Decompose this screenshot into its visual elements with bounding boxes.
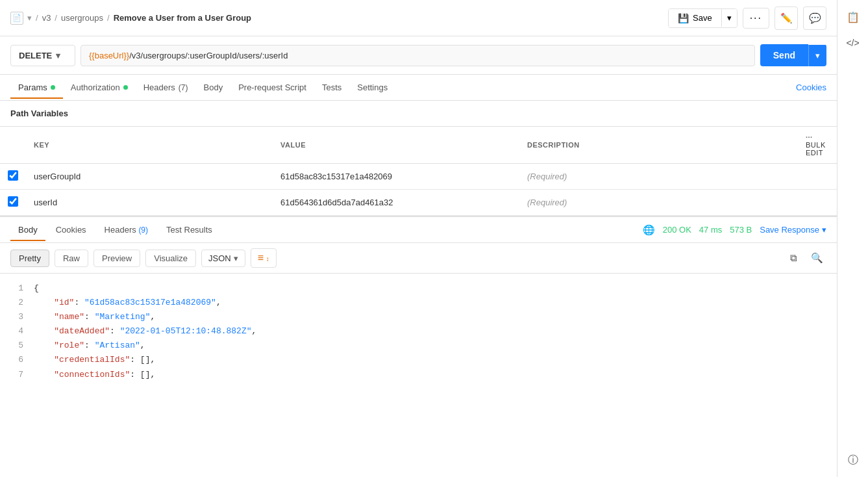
- edit-button[interactable]: ✏️: [775, 6, 798, 30]
- url-base: {{baseUrl}}: [89, 51, 129, 60]
- row1-key-text: userGroupId: [34, 172, 81, 181]
- table-more-icon[interactable]: ···: [806, 133, 813, 141]
- save-response-button[interactable]: Save Response ▾: [760, 225, 826, 235]
- row1-key: userGroupId: [26, 164, 273, 190]
- method-select[interactable]: DELETE ▾: [10, 45, 75, 66]
- line-content-6: "credentialIds": [],: [34, 353, 826, 367]
- row1-value[interactable]: 61d58ac83c15317e1a482069: [273, 164, 519, 190]
- save-button[interactable]: 💾 Save: [669, 9, 721, 27]
- row2-more: [798, 190, 837, 216]
- cookies-link[interactable]: Cookies: [796, 83, 826, 92]
- format-preview-button[interactable]: Preview: [93, 250, 140, 267]
- breadcrumb-part2: usergroups: [61, 13, 103, 23]
- filter-icon: ≡: [258, 252, 264, 263]
- tab-tests-label: Tests: [322, 83, 341, 92]
- tab-params[interactable]: Params: [10, 76, 63, 99]
- row1-description: (Required): [519, 164, 798, 190]
- main-area: 📄 ▾ / v3 / usergroups / Remove a User fr…: [0, 0, 837, 477]
- response-tab-cookies[interactable]: Cookies: [48, 218, 94, 241]
- row2-description: (Required): [519, 190, 798, 216]
- header-bar: 📄 ▾ / v3 / usergroups / Remove a User fr…: [0, 0, 837, 36]
- code-line-4: 4 "dateAdded": "2022-01-05T12:10:48.882Z…: [10, 324, 826, 339]
- copy-button[interactable]: ⧉: [784, 248, 803, 268]
- send-dropdown-button[interactable]: ▾: [808, 45, 826, 66]
- code-line-2: 2 "id": "61d58ac83c15317e1a482069",: [10, 296, 826, 310]
- response-tab-test-results[interactable]: Test Results: [158, 218, 220, 241]
- response-tab-body-label: Body: [18, 225, 38, 235]
- format-pretty-button[interactable]: Pretty: [10, 250, 49, 267]
- chevron-down-icon[interactable]: ▾: [27, 13, 32, 23]
- line-content-2: "id": "61d58ac83c15317e1a482069",: [34, 296, 826, 310]
- filter-arrow-icon: ↕: [266, 255, 269, 263]
- content-area: Path Variables KEY VALUE DESCRIPTION ···…: [0, 101, 837, 216]
- row1-checkbox[interactable]: [8, 170, 18, 181]
- line-content-1: {: [34, 281, 826, 296]
- params-dot: [51, 85, 55, 90]
- request-tabs-bar: Params Authorization Headers (7) Body Pr…: [0, 75, 837, 101]
- tab-body[interactable]: Body: [196, 76, 231, 99]
- response-tab-body[interactable]: Body: [10, 218, 45, 241]
- save-dropdown-button[interactable]: ▾: [721, 9, 737, 27]
- send-button[interactable]: Send: [760, 44, 808, 66]
- sidebar-doc-icon: 📋: [847, 11, 860, 23]
- filter-button[interactable]: ≡ ↕: [251, 248, 277, 268]
- search-icon: 🔍: [811, 252, 823, 264]
- row2-checkbox[interactable]: [8, 196, 18, 207]
- response-tab-headers[interactable]: Headers (9): [97, 218, 156, 241]
- code-line-6: 6 "credentialIds": [],: [10, 353, 826, 367]
- response-tab-test-results-label: Test Results: [166, 225, 212, 235]
- more-options-button[interactable]: ···: [743, 8, 769, 29]
- tab-body-label: Body: [204, 83, 223, 92]
- tab-authorization[interactable]: Authorization: [63, 76, 136, 99]
- tab-settings-label: Settings: [357, 83, 388, 92]
- format-actions: ⧉ 🔍: [784, 248, 826, 268]
- line-content-4: "dateAdded": "2022-01-05T12:10:48.882Z",: [34, 324, 826, 339]
- format-visualize-button[interactable]: Visualize: [145, 250, 196, 267]
- save-label: Save: [693, 13, 712, 23]
- search-button[interactable]: 🔍: [807, 248, 826, 268]
- comment-button[interactable]: 💬: [803, 6, 826, 30]
- row2-key-text: userId: [34, 198, 57, 207]
- code-line-3: 3 "name": "Marketing",: [10, 310, 826, 324]
- tab-pre-request-label: Pre-request Script: [238, 83, 306, 92]
- header-actions: 💾 Save ▾ ··· ✏️ 💬: [668, 6, 826, 30]
- response-code-view: 1 { 2 "id": "61d58ac83c15317e1a482069", …: [0, 274, 837, 477]
- json-format-label: JSON: [208, 253, 231, 263]
- status-code: 200 OK: [663, 225, 691, 235]
- row2-checkbox-cell: [0, 190, 26, 216]
- sidebar-doc-button[interactable]: 📋: [841, 5, 865, 29]
- tab-settings[interactable]: Settings: [349, 76, 395, 99]
- format-raw-button[interactable]: Raw: [55, 250, 88, 267]
- send-button-group: Send ▾: [760, 44, 826, 66]
- sidebar-info-button[interactable]: ⓘ: [841, 448, 865, 472]
- response-status: 🌐 200 OK 47 ms 573 B Save Response ▾: [643, 224, 826, 236]
- section-title: Path Variables: [10, 109, 68, 118]
- params-table: KEY VALUE DESCRIPTION ··· Bulk Edit: [0, 127, 837, 216]
- breadcrumb-part1: v3: [42, 13, 51, 23]
- url-display[interactable]: {{baseUrl}}/v3/usergroups/:userGroupId/u…: [81, 45, 755, 66]
- json-format-select[interactable]: JSON ▾: [201, 250, 245, 267]
- response-tab-cookies-label: Cookies: [56, 225, 86, 235]
- separator3: /: [107, 13, 110, 23]
- table-row: userGroupId 61d58ac83c15317e1a482069 (Re…: [0, 164, 837, 190]
- tab-headers[interactable]: Headers (7): [136, 76, 196, 99]
- save-response-chevron-icon: ▾: [822, 225, 826, 235]
- comment-icon: 💬: [809, 12, 821, 24]
- globe-icon: 🌐: [643, 224, 655, 236]
- sidebar-code-button[interactable]: </>: [841, 31, 865, 55]
- tab-headers-label: Headers: [143, 83, 175, 92]
- line-num-6: 6: [10, 353, 23, 367]
- tab-pre-request[interactable]: Pre-request Script: [230, 76, 314, 99]
- line-num-3: 3: [10, 310, 23, 324]
- tab-tests[interactable]: Tests: [314, 76, 349, 99]
- response-tab-headers-label: Headers: [105, 225, 136, 235]
- col-more: ··· Bulk Edit: [798, 127, 837, 164]
- save-response-label: Save Response: [760, 225, 819, 235]
- status-size: 573 B: [730, 225, 752, 235]
- headers-badge: (7): [179, 83, 188, 92]
- col-description: DESCRIPTION: [519, 127, 798, 164]
- row2-value[interactable]: 61d564361d6d5da7ad461a32: [273, 190, 519, 216]
- bulk-edit-button[interactable]: Bulk Edit: [806, 141, 826, 157]
- save-icon: 💾: [678, 13, 689, 23]
- code-line-7: 7 "connectionIds": [],: [10, 368, 826, 382]
